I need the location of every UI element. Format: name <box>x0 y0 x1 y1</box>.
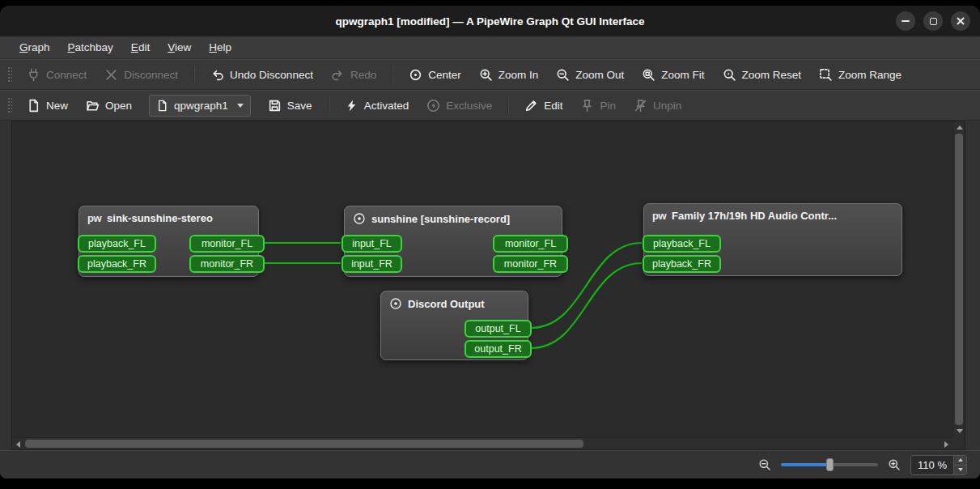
zoom-out-button[interactable]: Zoom Out <box>548 63 632 87</box>
zoom-in-button[interactable]: Zoom In <box>471 63 547 87</box>
port-monitor-fl[interactable]: monitor_FL <box>189 235 265 253</box>
scroll-down-button[interactable] <box>953 425 965 437</box>
save-icon <box>268 99 282 113</box>
node-sunshine-record[interactable]: sunshine [sunshine-record] input_FL inpu… <box>344 206 562 277</box>
center-button[interactable]: Center <box>401 63 469 87</box>
menu-patchbay[interactable]: Patchbay <box>60 38 121 57</box>
horizontal-scrollbar[interactable] <box>12 437 952 449</box>
file-toolbar: New Open qpwgraph1 Save Activated <box>0 90 980 121</box>
center-label: Center <box>428 69 461 81</box>
node-title-text: Discord Output <box>408 298 485 310</box>
chevron-down-icon <box>237 104 244 108</box>
zoom-fit-button[interactable]: Zoom Fit <box>634 63 712 87</box>
unpin-button: Unpin <box>626 94 689 117</box>
port-monitor-fr[interactable]: monitor_FR <box>189 255 265 273</box>
zoom-reset-button[interactable]: Zoom Reset <box>715 63 810 87</box>
new-document-icon <box>27 99 40 113</box>
port-playback-fl[interactable]: playback_FL <box>78 235 156 253</box>
connect-icon <box>27 68 40 82</box>
close-button[interactable] <box>951 11 970 31</box>
zoom-in-icon <box>479 68 493 82</box>
edit-button[interactable]: Edit <box>516 94 571 117</box>
toolbar-separator <box>328 96 329 114</box>
window-title: qpwgraph1 [modified] — A PipeWire Graph … <box>335 15 644 28</box>
scroll-left-button[interactable] <box>12 438 24 450</box>
zoom-fit-icon <box>642 68 655 82</box>
node-title: pw sink-sunshine-stereo <box>79 206 258 224</box>
menu-help[interactable]: Help <box>201 38 240 57</box>
disconnect-icon <box>104 68 118 82</box>
disconnect-label: Disconnect <box>124 69 178 81</box>
patch-cables <box>12 121 952 437</box>
node-title: pw Family 17h/19h HD Audio Contr... <box>644 204 902 222</box>
arrow-left-icon <box>16 441 20 448</box>
open-label: Open <box>105 100 132 112</box>
close-icon <box>956 16 965 26</box>
arrow-up-icon <box>958 458 963 461</box>
port-output-fl[interactable]: output_FL <box>465 320 532 338</box>
zoom-in-label: Zoom In <box>498 69 539 81</box>
redo-icon <box>331 68 345 82</box>
save-button[interactable]: Save <box>260 94 320 117</box>
port-input-fl[interactable]: input_FL <box>342 235 402 253</box>
save-label: Save <box>287 100 312 112</box>
zoom-spinbox[interactable]: 110 % <box>910 455 967 475</box>
zoom-slider-handle[interactable] <box>826 458 834 471</box>
activated-label: Activated <box>364 100 409 112</box>
port-playback-fr[interactable]: playback_FR <box>78 255 156 273</box>
activated-button[interactable]: Activated <box>337 94 418 117</box>
toolbar-drag-handle[interactable] <box>6 96 12 114</box>
node-title: Discord Output <box>381 291 528 310</box>
speaker-icon <box>389 297 402 310</box>
graph-canvas-frame: pw sink-sunshine-stereo playback_FL play… <box>11 121 965 450</box>
scroll-right-button[interactable] <box>940 438 952 450</box>
document-icon <box>156 100 168 112</box>
graph-canvas[interactable]: pw sink-sunshine-stereo playback_FL play… <box>12 121 952 437</box>
scroll-up-button[interactable] <box>953 121 965 134</box>
menu-edit[interactable]: Edit <box>123 38 158 57</box>
node-discord-output[interactable]: Discord Output output_FL output_FR <box>380 291 528 360</box>
minimize-icon <box>902 20 910 22</box>
redo-label: Redo <box>350 69 376 81</box>
vertical-scrollbar[interactable] <box>952 121 965 437</box>
maximize-icon <box>930 18 937 25</box>
port-monitor-fl[interactable]: monitor_FL <box>493 235 568 253</box>
zoom-range-button[interactable]: Zoom Range <box>811 63 910 87</box>
node-family-hd-audio[interactable]: pw Family 17h/19h HD Audio Contr... play… <box>643 203 902 276</box>
undo-disconnect-button[interactable]: Undo Disconnect <box>202 63 321 87</box>
zoom-in-icon <box>888 458 901 471</box>
zoom-increment-button[interactable] <box>954 456 966 465</box>
port-playback-fr[interactable]: playback_FR <box>643 255 721 273</box>
port-playback-fl[interactable]: playback_FL <box>643 235 721 253</box>
exclusive-label: Exclusive <box>446 100 492 112</box>
unpin-icon <box>634 99 647 113</box>
open-button[interactable]: Open <box>78 94 140 117</box>
horizontal-scrollbar-thumb[interactable] <box>25 440 583 448</box>
menu-view[interactable]: View <box>159 38 199 57</box>
maximize-button[interactable] <box>923 11 943 31</box>
graph-toolbar: Connect Disconnect Undo Disconnect Redo … <box>0 59 980 90</box>
zoom-range-label: Zoom Range <box>838 69 902 81</box>
menu-graph[interactable]: Graph <box>11 38 58 57</box>
node-sink-sunshine-stereo[interactable]: pw sink-sunshine-stereo playback_FL play… <box>78 206 259 277</box>
pin-label: Pin <box>600 100 616 112</box>
arrow-down-icon <box>957 429 963 433</box>
toolbar-drag-handle[interactable] <box>6 66 12 83</box>
titlebar: qpwgraph1 [modified] — A PipeWire Graph … <box>0 6 980 36</box>
edit-label: Edit <box>544 100 562 112</box>
session-combo[interactable]: qpwgraph1 <box>149 95 251 117</box>
zoom-out-icon <box>556 68 570 82</box>
new-label: New <box>46 100 68 112</box>
connect-button: Connect <box>19 63 95 87</box>
zoom-value: 110 % <box>911 456 953 474</box>
minimize-button[interactable] <box>896 11 915 31</box>
vertical-scrollbar-thumb[interactable] <box>955 134 963 425</box>
node-title-text: sink-sunshine-stereo <box>107 212 213 224</box>
zoom-slider-fill <box>781 463 828 466</box>
zoom-decrement-button[interactable] <box>954 465 966 474</box>
zoom-slider[interactable] <box>781 458 878 471</box>
port-input-fr[interactable]: input_FR <box>342 255 402 273</box>
new-button[interactable]: New <box>19 94 76 117</box>
port-output-fr[interactable]: output_FR <box>465 340 532 358</box>
port-monitor-fr[interactable]: monitor_FR <box>493 255 568 273</box>
